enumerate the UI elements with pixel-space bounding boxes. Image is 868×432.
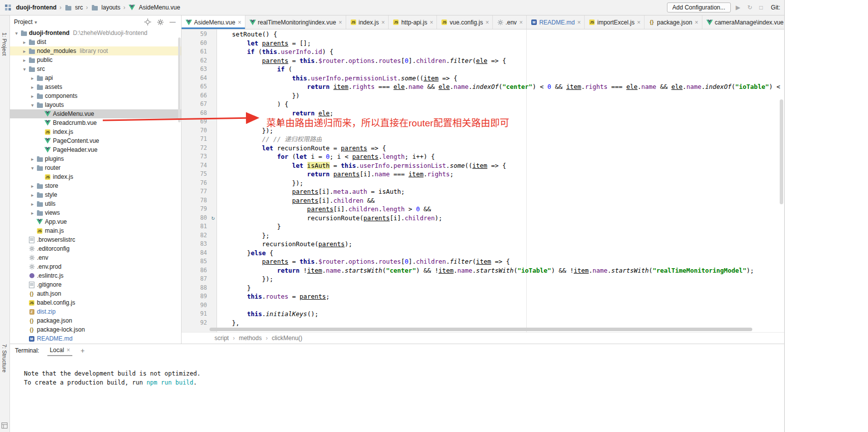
- tree-row[interactable]: AsideMenu.vue: [10, 109, 181, 118]
- vertical-scrollbar[interactable]: [780, 99, 783, 204]
- code-line[interactable]: 67) {: [182, 100, 784, 109]
- code-line[interactable]: 61if (this.userInfo.id) {: [182, 47, 784, 56]
- code-line[interactable]: 82};: [182, 231, 784, 240]
- tree-row[interactable]: {}auth.json: [10, 289, 181, 298]
- tree-row[interactable]: MREADME.md: [10, 334, 181, 343]
- code-line[interactable]: 90: [182, 301, 784, 310]
- code-editor[interactable]: 59setRoute() {60let parents = [];61if (t…: [182, 29, 784, 332]
- code-line[interactable]: 64this.userInfo.permissionList.some((ite…: [182, 74, 784, 83]
- chevron-down-icon[interactable]: ▾: [13, 30, 20, 36]
- breadcrumb-item[interactable]: clickMenu(): [272, 335, 302, 342]
- new-terminal-button[interactable]: +: [80, 347, 84, 355]
- tree-row[interactable]: ▸views: [10, 208, 181, 217]
- sync-icon[interactable]: ↻: [745, 4, 754, 11]
- tree-row[interactable]: ▾layouts: [10, 100, 181, 109]
- stop-icon[interactable]: □: [757, 4, 765, 11]
- tree-row[interactable]: ▸plugins: [10, 154, 181, 163]
- code-line[interactable]: 92},: [182, 319, 784, 328]
- tree-row[interactable]: Zdist.zip: [10, 307, 181, 316]
- close-icon[interactable]: ×: [238, 19, 241, 26]
- chevron-right-icon[interactable]: ▸: [29, 75, 36, 81]
- code-line[interactable]: 62parents = this.$router.options.routes[…: [182, 56, 784, 65]
- tree-row[interactable]: ▾router: [10, 163, 181, 172]
- editor-tab[interactable]: JSimportExcel.js×: [585, 15, 645, 29]
- editor-tab[interactable]: MREADME.md×: [527, 15, 585, 29]
- chevron-right-icon[interactable]: ▸: [29, 156, 36, 162]
- run-icon[interactable]: ▶: [734, 4, 742, 11]
- close-icon[interactable]: ×: [430, 19, 433, 26]
- code-line[interactable]: 63if (: [182, 65, 784, 74]
- tree-row[interactable]: ▸utils: [10, 199, 181, 208]
- code-line[interactable]: 75return parents[i].name === item.rights…: [182, 170, 784, 179]
- git-label[interactable]: Git:: [771, 4, 780, 11]
- chevron-right-icon[interactable]: ▸: [29, 93, 36, 99]
- tree-row[interactable]: ▸public: [10, 55, 181, 64]
- code-line[interactable]: 73for (let i = 0; i < parents.length; i+…: [182, 152, 784, 161]
- code-line[interactable]: 81}: [182, 222, 784, 231]
- chevron-down-icon[interactable]: ▾: [21, 66, 28, 72]
- tree-row[interactable]: ▸assets: [10, 82, 181, 91]
- close-icon[interactable]: ×: [519, 19, 523, 26]
- tree-row[interactable]: .editorconfig: [10, 244, 181, 253]
- editor-tab[interactable]: realTimeMonitoring\index.vue×: [245, 15, 346, 29]
- code-line[interactable]: 71// // 递归权限路由: [182, 135, 784, 144]
- close-icon[interactable]: ×: [339, 19, 342, 26]
- tool-window-project-button[interactable]: 1: Project: [1, 32, 7, 55]
- close-icon[interactable]: ×: [381, 19, 385, 26]
- tree-row[interactable]: Breadcrumb.vue: [10, 118, 181, 127]
- code-line[interactable]: 86return !item.name.startsWith("center")…: [182, 266, 784, 275]
- chevron-right-icon[interactable]: ▸: [29, 183, 36, 189]
- editor-tab[interactable]: {}package.json×: [645, 15, 702, 29]
- code-line[interactable]: 87});: [182, 275, 784, 284]
- tree-row[interactable]: JSindex.js: [10, 172, 181, 181]
- terminal-output[interactable]: Note that the development build is not o…: [10, 357, 784, 432]
- tree-row[interactable]: ▸store: [10, 181, 181, 190]
- chevron-right-icon[interactable]: ▸: [21, 39, 28, 45]
- tree-row[interactable]: {}package-lock.json: [10, 325, 181, 334]
- tree-row[interactable]: .browserslistrc: [10, 235, 181, 244]
- tree-row[interactable]: JSindex.js: [10, 127, 181, 136]
- editor-tab[interactable]: .env×: [493, 15, 527, 29]
- code-line[interactable]: 74let isAuth = this.userInfo.permissionL…: [182, 161, 784, 170]
- breadcrumb-item[interactable]: script: [215, 335, 229, 342]
- tree-row[interactable]: App.vue: [10, 217, 181, 226]
- tree-row[interactable]: ▸dist: [10, 37, 181, 46]
- chevron-right-icon[interactable]: ▸: [21, 57, 28, 63]
- tree-row[interactable]: ▸api: [10, 73, 181, 82]
- tree-row[interactable]: .gitignore: [10, 280, 181, 289]
- code-line[interactable]: 85parents = this.$router.options.routes[…: [182, 257, 784, 266]
- tree-row[interactable]: PageContent.vue: [10, 136, 181, 145]
- code-line[interactable]: 76});: [182, 179, 784, 188]
- code-line[interactable]: 77parents[i].meta.auth = isAuth;: [182, 187, 784, 196]
- close-icon[interactable]: ×: [577, 19, 581, 26]
- tree-row[interactable]: PageHeader.vue: [10, 145, 181, 154]
- code-line[interactable]: 91this.initialKeys();: [182, 310, 784, 319]
- code-line[interactable]: 78parents[i].children &&: [182, 196, 784, 205]
- code-line[interactable]: 66}): [182, 91, 784, 100]
- code-line[interactable]: 84}else {: [182, 249, 784, 258]
- editor-tab[interactable]: JSvue.config.js×: [437, 15, 493, 29]
- code-line[interactable]: 89this.routes = parents;: [182, 292, 784, 301]
- tree-row[interactable]: ▾duoji-frontendD:\zheheWeb\duoji-fronten…: [10, 28, 181, 37]
- tree-row[interactable]: ▸style: [10, 190, 181, 199]
- terminal-tab-local[interactable]: Local ×: [47, 345, 73, 356]
- code-line[interactable]: 65return item.rights === ele.name && ele…: [182, 82, 784, 91]
- breadcrumb-item[interactable]: AsideMenu.vue: [128, 4, 180, 11]
- chevron-right-icon[interactable]: ▸: [29, 210, 36, 216]
- code-line[interactable]: 72let recursionRoute = parents => {: [182, 144, 784, 153]
- chevron-down-icon[interactable]: ▾: [29, 102, 36, 108]
- project-tree-scrollbar[interactable]: [178, 37, 181, 122]
- tree-row[interactable]: .env: [10, 253, 181, 262]
- breadcrumb-item[interactable]: methods: [239, 335, 262, 342]
- hide-panel-icon[interactable]: —: [168, 18, 177, 25]
- close-icon[interactable]: ×: [485, 19, 489, 26]
- settings-gear-icon[interactable]: [156, 19, 165, 25]
- tree-row[interactable]: ▸components: [10, 91, 181, 100]
- editor-tab[interactable]: JSindex.js×: [346, 15, 389, 29]
- tree-row[interactable]: ▸node_moduleslibrary root: [10, 46, 181, 55]
- close-icon[interactable]: ×: [66, 347, 70, 354]
- code-line[interactable]: 88}: [182, 284, 784, 293]
- close-icon[interactable]: ×: [695, 19, 698, 26]
- code-line[interactable]: 60let parents = [];: [182, 39, 784, 48]
- code-line[interactable]: 83recursionRoute(parents);: [182, 240, 784, 249]
